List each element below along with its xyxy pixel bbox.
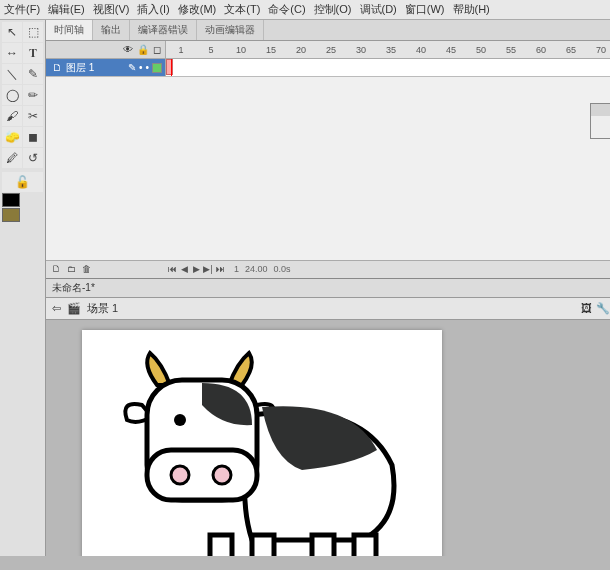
ruler-tick: 30	[346, 45, 376, 55]
frames-track[interactable]	[166, 59, 610, 76]
tab-timeline[interactable]: 时间轴	[46, 20, 93, 40]
stroke-color-swatch[interactable]	[2, 193, 20, 207]
new-folder-button[interactable]: 🗀	[65, 263, 77, 275]
scene-bar: ⇦ 🎬 场景 1 🖼 🔧	[46, 298, 610, 320]
frame-ruler[interactable]: 1 5 10 15 20 25 30 35 40 45 50 55 60 65 …	[166, 41, 610, 58]
timeline-footer: 🗋 🗀 🗑 ⏮ ◀ ▶ ▶| ⏭ 1 24.00 0.0s	[46, 260, 610, 278]
line-tool[interactable]: ＼	[2, 64, 22, 84]
current-frame: 1	[234, 264, 239, 274]
document-tab[interactable]: 未命名-1*	[46, 279, 610, 298]
tab-output[interactable]: 输出	[93, 20, 130, 40]
ruler-tick: 10	[226, 45, 256, 55]
oval-tool[interactable]: ◯	[2, 85, 22, 105]
step-forward-button[interactable]: ▶|	[202, 263, 214, 275]
svg-rect-2	[147, 450, 257, 500]
playhead[interactable]	[171, 59, 172, 76]
scene-icon: 🎬	[67, 302, 81, 315]
toolbox: ↖ ⬚ ↔ 𝐓 ＼ ✎ ◯ ✏ 🖌 ✂ 🧽 ◼ 🖉 ↺ 🔓	[0, 20, 46, 556]
eraser-tool[interactable]: 🧽	[2, 127, 22, 147]
layer-label: 图层 1	[66, 61, 94, 75]
canvas-area[interactable]: – × ✎ 🗎 ≡	[46, 320, 610, 557]
delete-layer-button[interactable]: 🗑	[80, 263, 92, 275]
menu-control[interactable]: 控制(O)	[314, 2, 352, 17]
svg-point-4	[213, 466, 231, 484]
menu-window[interactable]: 窗口(W)	[405, 2, 445, 17]
rect-tool[interactable]: ◼	[23, 127, 43, 147]
ruler-tick: 5	[196, 45, 226, 55]
menu-bar: 文件(F) 编辑(E) 视图(V) 插入(I) 修改(M) 文本(T) 命令(C…	[0, 0, 610, 20]
play-button[interactable]: ▶	[190, 263, 202, 275]
svg-rect-5	[210, 535, 232, 557]
edit-scene-icon[interactable]: 🖼	[581, 302, 592, 314]
ruler-tick: 65	[556, 45, 586, 55]
menu-help[interactable]: 帮助(H)	[453, 2, 490, 17]
step-back-button[interactable]: ◀	[178, 263, 190, 275]
selection-tool[interactable]: ↖	[2, 22, 22, 42]
goto-first-button[interactable]: ⏮	[166, 263, 178, 275]
timeline-panel: 👁 🔒 ◻ 1 5 10 15 20 25 30 35 40 45 50 55	[46, 41, 610, 279]
dot-icon: •	[139, 62, 143, 73]
ruler-tick: 15	[256, 45, 286, 55]
ruler-tick: 60	[526, 45, 556, 55]
goto-last-button[interactable]: ⏭	[214, 263, 226, 275]
fill-color-swatch[interactable]	[2, 208, 20, 222]
svg-rect-8	[354, 535, 376, 557]
symbol-icon[interactable]: 🔧	[596, 302, 610, 315]
document-name: 未命名-1*	[52, 281, 95, 295]
outline-icon[interactable]: ◻	[153, 44, 161, 55]
dot-icon: •	[145, 62, 149, 73]
layer-name-cell[interactable]: 🗋 图层 1 ✎ • •	[46, 59, 166, 76]
ruler-tick: 45	[436, 45, 466, 55]
menu-commands[interactable]: 命令(C)	[268, 2, 305, 17]
svg-point-3	[171, 466, 189, 484]
stage[interactable]	[82, 330, 442, 557]
properties-panel[interactable]: – ◻ × 📄 属性	[590, 103, 610, 139]
layer-header-icons: 👁 🔒 ◻	[46, 41, 166, 58]
menu-view[interactable]: 视图(V)	[93, 2, 130, 17]
ink-tool[interactable]: 🖉	[2, 148, 22, 168]
ruler-tick: 1	[166, 45, 196, 55]
text-tool[interactable]: 𝐓	[23, 43, 43, 63]
ruler-tick: 50	[466, 45, 496, 55]
back-arrow-icon[interactable]: ⇦	[52, 302, 61, 315]
menu-insert[interactable]: 插入(I)	[137, 2, 169, 17]
svg-point-1	[174, 414, 186, 426]
ruler-tick: 25	[316, 45, 346, 55]
elapsed-time: 0.0s	[274, 264, 291, 274]
new-layer-button[interactable]: 🗋	[50, 263, 62, 275]
pen-tool[interactable]: ✎	[23, 64, 43, 84]
layer-row[interactable]: 🗋 图层 1 ✎ • •	[46, 59, 610, 77]
menu-debug[interactable]: 调试(D)	[360, 2, 397, 17]
ruler-tick: 70	[586, 45, 610, 55]
cow-drawing	[102, 345, 422, 557]
svg-rect-7	[312, 535, 334, 557]
brush-tool[interactable]: 🖌	[2, 106, 22, 126]
unlock-icon[interactable]: 🔓	[2, 172, 43, 192]
svg-rect-6	[252, 535, 274, 557]
layer-pencil-icon: ✎	[128, 62, 136, 73]
tab-motion-editor[interactable]: 动画编辑器	[197, 20, 264, 40]
menu-file[interactable]: 文件(F)	[4, 2, 40, 17]
lock-icon[interactable]: 🔒	[137, 44, 149, 55]
tab-compile-errors[interactable]: 编译器错误	[130, 20, 197, 40]
ruler-tick: 35	[376, 45, 406, 55]
ruler-tick: 55	[496, 45, 526, 55]
ruler-tick: 20	[286, 45, 316, 55]
freetransform-tool[interactable]: ↔	[2, 43, 22, 63]
eye-icon[interactable]: 👁	[123, 44, 133, 55]
ruler-tick: 40	[406, 45, 436, 55]
scissors-tool[interactable]: ✂	[23, 106, 43, 126]
layer-icon: 🗋	[52, 62, 62, 73]
scene-name: 场景 1	[87, 301, 118, 316]
subselect-tool[interactable]: ⬚	[23, 22, 43, 42]
menu-edit[interactable]: 编辑(E)	[48, 2, 85, 17]
fps-label: 24.00	[245, 264, 268, 274]
menu-modify[interactable]: 修改(M)	[178, 2, 217, 17]
rotate-tool[interactable]: ↺	[23, 148, 43, 168]
layer-color-box[interactable]	[152, 63, 162, 73]
menu-text[interactable]: 文本(T)	[224, 2, 260, 17]
pencil-tool[interactable]: ✏	[23, 85, 43, 105]
panel-tabs: 时间轴 输出 编译器错误 动画编辑器	[46, 20, 610, 41]
